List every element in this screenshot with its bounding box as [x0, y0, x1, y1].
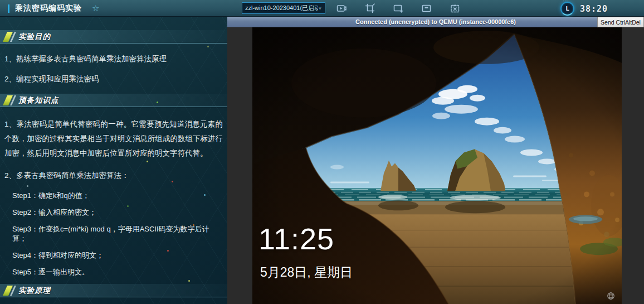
vm-selector-dropdown[interactable]: zzl-win10-20230401(已启动 ∨: [242, 2, 325, 14]
lock-screen-time: 11:25: [258, 221, 334, 256]
vnc-status-bar: Connected (unencrypted) to QEMU (instanc…: [227, 17, 644, 27]
top-bar: 乘法密码编码实验 ☆ zzl-win10-20230401(已启动 ∨: [0, 0, 644, 17]
purpose-item: 2、编程实现和应用乘法密码: [4, 74, 222, 85]
knowledge-paragraph: 1、乘法密码是简单代替密码的一种。它需要预先知道消息元素的个数，加密的过程其实是…: [4, 117, 223, 161]
app-window: 乘法密码编码实验 ☆ zzl-win10-20230401(已启动 ∨: [0, 0, 644, 304]
section-title: 预备知识点: [18, 95, 59, 105]
vnc-panel: Connected (unencrypted) to QEMU (instanc…: [227, 17, 644, 304]
algorithm-step: Step1：确定k和q的值；: [12, 191, 223, 200]
add-screen-icon[interactable]: [393, 3, 403, 13]
countdown-timer: 38:20: [580, 4, 608, 14]
experiment-title-wrap: 乘法密码编码实验 ☆: [8, 0, 99, 17]
vm-selector-value: zzl-win10-20230401(已启动: [245, 4, 318, 12]
title-accent-bar: [8, 4, 9, 13]
algorithm-step: Step5：逐一输出明文。: [12, 267, 223, 277]
photo-vignette: [252, 27, 622, 304]
vm-toolbar: [336, 3, 460, 13]
remote-desktop-screen[interactable]: 11:25 5月28日, 星期日: [252, 27, 622, 304]
section-header: 实验目的: [0, 30, 227, 44]
section-title: 实验目的: [18, 32, 51, 42]
algorithm-step: Step3：作变换c=(mi*ki) mod q，字母用ASCII码变为数字后计…: [12, 224, 223, 243]
send-ctrl-alt-del-button[interactable]: Send CtrlAltDel: [597, 17, 644, 27]
lock-screen-date: 5月28日, 星期日: [260, 264, 353, 281]
knowledge-paragraph: 2、多表古典密码简单乘法加密算法：: [4, 168, 223, 183]
close-box-icon[interactable]: [450, 3, 460, 13]
vnc-status-text: Connected (unencrypted) to QEMU (instanc…: [355, 18, 516, 25]
purpose-item: 1、熟练掌握多表古典密码简单乘法加密算法原理: [4, 54, 222, 65]
network-globe-icon[interactable]: [607, 292, 615, 300]
algorithm-step: Step2：输入相应的密文；: [12, 208, 223, 217]
page-title: 乘法密码编码实验: [15, 3, 82, 13]
section-prerequisite-knowledge: 预备知识点 1、乘法密码是简单代替密码的一种。它需要预先知道消息元素的个数，加密…: [0, 94, 227, 277]
crop-screenshot-icon[interactable]: [365, 3, 375, 13]
section-experiment-purpose: 实验目的 1、熟练掌握多表古典密码简单乘法加密算法原理 2、编程实现和应用乘法密…: [0, 30, 227, 85]
window-icon[interactable]: [422, 3, 432, 13]
section-title: 实验原理: [18, 286, 51, 296]
favorite-star-icon[interactable]: ☆: [92, 3, 99, 13]
record-video-icon[interactable]: [336, 3, 347, 13]
section-header: 实验原理: [0, 284, 227, 297]
section-experiment-principle: 实验原理 乘法密码是简单代替密码的一种。它需要预先知道消息元素的个数，加密的过程…: [0, 284, 227, 304]
algorithm-step: Step4：得到相对应的明文；: [12, 250, 223, 260]
timer-clock-icon: L: [560, 2, 574, 16]
lock-screen-photo: [252, 27, 622, 304]
vnc-canvas: 11:25 5月28日, 星期日: [227, 27, 644, 304]
instructions-sidebar: 实验目的 1、熟练掌握多表古典密码简单乘法加密算法原理 2、编程实现和应用乘法密…: [0, 17, 227, 304]
chevron-down-icon: ∨: [318, 6, 322, 11]
section-header: 预备知识点: [0, 94, 227, 107]
